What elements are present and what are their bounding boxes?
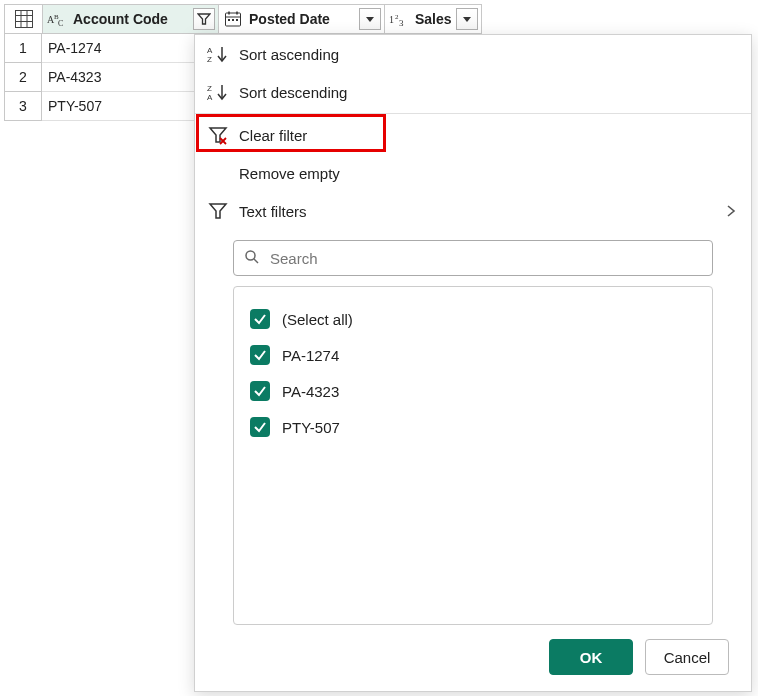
svg-marker-16: [366, 17, 374, 22]
column-header-sales[interactable]: 1 2 3 Sales: [384, 4, 482, 34]
svg-marker-8: [198, 14, 210, 24]
checkbox-checked-icon[interactable]: [250, 309, 270, 329]
svg-rect-14: [232, 19, 234, 21]
column-label: Account Code: [69, 11, 190, 27]
svg-text:Z: Z: [207, 55, 212, 64]
number-type-icon: 1 2 3: [387, 7, 411, 31]
text-filters-item[interactable]: Text filters: [195, 192, 751, 230]
table-row[interactable]: 1 PA-1274: [4, 34, 218, 63]
date-type-icon: [221, 7, 245, 31]
svg-marker-30: [210, 204, 226, 218]
column-label: Posted Date: [245, 11, 356, 27]
svg-rect-0: [15, 11, 32, 28]
column-filter-button[interactable]: [193, 8, 215, 30]
clear-filter-icon: [205, 122, 231, 148]
svg-line-32: [254, 259, 258, 263]
svg-point-31: [246, 251, 255, 260]
dialog-buttons: OK Cancel: [195, 625, 751, 691]
filter-values-list: (Select all) PA-1274 PA-4323 PTY-507: [233, 286, 713, 625]
checkbox-checked-icon[interactable]: [250, 381, 270, 401]
list-item-label: PTY-507: [282, 419, 340, 436]
table-row[interactable]: 2 PA-4323: [4, 63, 218, 92]
text-type-icon: A B C: [45, 7, 69, 31]
select-table-button[interactable]: [4, 4, 42, 34]
filter-icon: [205, 198, 231, 224]
column-header-account-code[interactable]: A B C Account Code: [42, 4, 218, 34]
menu-label: Text filters: [231, 203, 719, 220]
clear-filter-item[interactable]: Clear filter: [195, 116, 751, 154]
menu-label: Sort ascending: [231, 46, 751, 63]
svg-rect-15: [236, 19, 238, 21]
svg-text:Z: Z: [207, 84, 212, 93]
table-row[interactable]: 3 PTY-507: [4, 92, 218, 121]
list-item[interactable]: PA-1274: [250, 337, 696, 373]
sort-desc-icon: Z A: [205, 79, 231, 105]
sort-descending-item[interactable]: Z A Sort descending: [195, 73, 751, 111]
cancel-button[interactable]: Cancel: [645, 639, 729, 675]
row-number: 2: [4, 63, 42, 92]
svg-text:A: A: [207, 93, 213, 102]
menu-label: Clear filter: [231, 127, 751, 144]
svg-text:C: C: [58, 19, 63, 27]
svg-marker-20: [463, 17, 471, 22]
menu-label: Sort descending: [231, 84, 751, 101]
ok-button[interactable]: OK: [549, 639, 633, 675]
filter-menu: A Z Sort ascending Z A Sort descending: [194, 34, 752, 692]
column-filter-button[interactable]: [359, 8, 381, 30]
checkbox-checked-icon[interactable]: [250, 345, 270, 365]
remove-empty-item[interactable]: Remove empty: [195, 154, 751, 192]
search-box[interactable]: [233, 240, 713, 276]
column-header-posted-date[interactable]: Posted Date: [218, 4, 384, 34]
empty-icon: [205, 160, 231, 186]
column-label: Sales: [411, 11, 453, 27]
list-item[interactable]: PA-4323: [250, 373, 696, 409]
row-number: 1: [4, 34, 42, 63]
menu-separator: [195, 113, 751, 114]
menu-label: Remove empty: [231, 165, 751, 182]
cell-account-code: PA-1274: [42, 34, 218, 63]
sort-ascending-item[interactable]: A Z Sort ascending: [195, 35, 751, 73]
data-rows: 1 PA-1274 2 PA-4323 3 PTY-507: [4, 34, 218, 121]
list-item[interactable]: (Select all): [250, 301, 696, 337]
column-header-row: A B C Account Code Posted Date: [4, 4, 482, 34]
svg-text:A: A: [207, 46, 213, 55]
search-icon: [244, 249, 260, 268]
row-number: 3: [4, 92, 42, 121]
list-item-label: PA-4323: [282, 383, 339, 400]
column-filter-button[interactable]: [456, 8, 478, 30]
cell-account-code: PTY-507: [42, 92, 218, 121]
sort-asc-icon: A Z: [205, 41, 231, 67]
search-input[interactable]: [268, 249, 702, 268]
svg-text:3: 3: [399, 18, 404, 27]
list-item[interactable]: PTY-507: [250, 409, 696, 445]
list-item-label: PA-1274: [282, 347, 339, 364]
cell-account-code: PA-4323: [42, 63, 218, 92]
checkbox-checked-icon[interactable]: [250, 417, 270, 437]
chevron-right-icon: [719, 204, 743, 218]
list-item-label: (Select all): [282, 311, 353, 328]
svg-text:1: 1: [389, 14, 394, 25]
svg-rect-13: [228, 19, 230, 21]
